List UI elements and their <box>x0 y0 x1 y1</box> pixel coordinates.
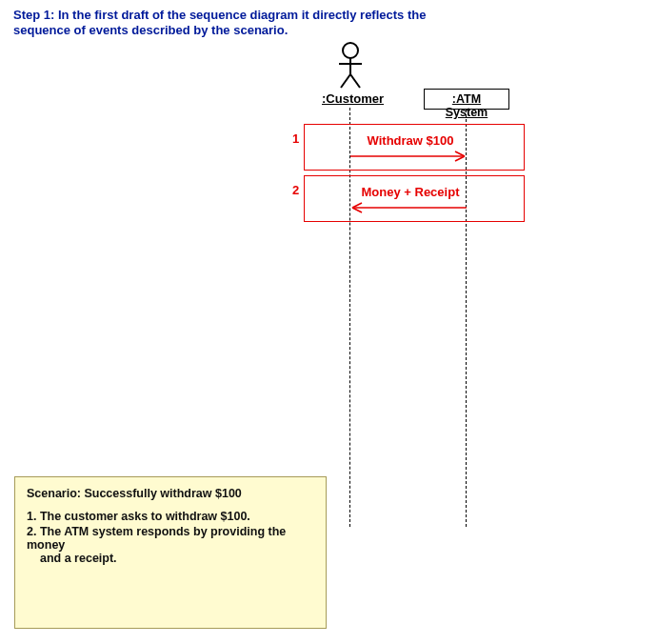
scenario-step-2-line1: 2. The ATM system responds by providing … <box>27 525 286 552</box>
atm-lifeline <box>466 110 467 527</box>
customer-actor-text: :Customer <box>322 91 384 106</box>
svg-line-3 <box>341 74 350 88</box>
message-2-arrow <box>350 201 468 216</box>
message-1-number: 1 <box>292 131 299 146</box>
message-1-label: Withdraw $100 <box>358 133 463 148</box>
scenario-step-2-line2: and a receipt. <box>27 552 314 565</box>
customer-actor-label: :Customer <box>322 91 379 106</box>
message-1-arrow <box>350 150 468 165</box>
actor-icon <box>336 42 365 90</box>
scenario-step-1: 1. The customer asks to withdraw $100. <box>27 510 314 523</box>
scenario-title: Scenario: Successfully withdraw $100 <box>27 487 314 500</box>
svg-point-0 <box>343 43 358 58</box>
atm-object-box: :ATM System <box>424 89 509 110</box>
step-instruction-text: Step 1: In the first draft of the sequen… <box>13 8 432 39</box>
message-2-label: Money + Receipt <box>358 185 463 199</box>
scenario-note: Scenario: Successfully withdraw $100 1. … <box>14 476 327 629</box>
scenario-step-2: 2. The ATM system responds by providing … <box>27 525 314 565</box>
svg-line-4 <box>350 74 360 88</box>
customer-lifeline <box>349 108 350 527</box>
message-2-number: 2 <box>292 183 299 197</box>
